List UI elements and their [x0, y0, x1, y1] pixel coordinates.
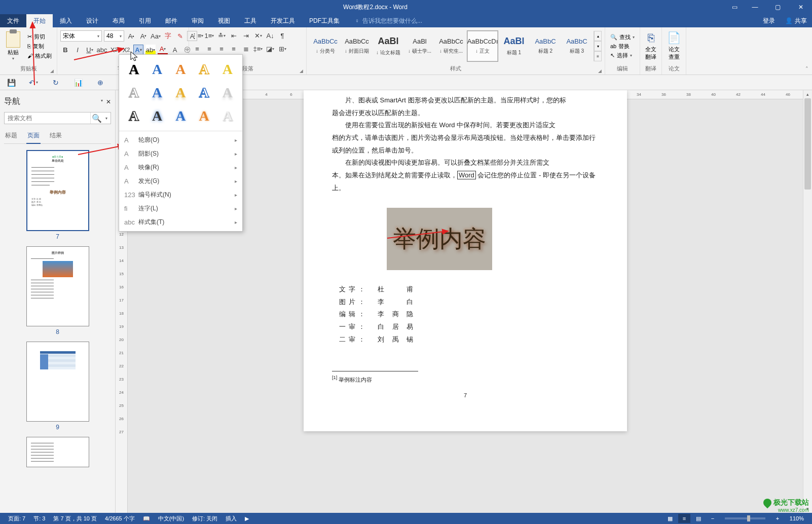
status-track[interactable]: 修订: 关闭	[188, 515, 222, 522]
login-link[interactable]: 登录	[758, 14, 780, 27]
nav-tab-headings[interactable]: 标题	[4, 128, 18, 143]
view-web-btn[interactable]: ▤	[692, 514, 705, 523]
nav-search-dd[interactable]: ▾	[102, 113, 110, 124]
status-spell[interactable]: 📖	[139, 515, 154, 522]
nav-tab-pages[interactable]: 页面	[26, 128, 41, 144]
zoom-in-btn[interactable]: +	[771, 514, 784, 523]
borders-btn[interactable]: ⊞▾	[277, 44, 287, 54]
effect-13[interactable]: A	[170, 105, 191, 127]
effects-menu-item[interactable]: A映像(R)▸	[119, 161, 242, 174]
shrink-font-btn[interactable]: A▾	[138, 31, 149, 41]
qat-undo-btn[interactable]: ↶▾	[26, 77, 41, 89]
tab-home[interactable]: 开始	[26, 14, 53, 27]
status-section[interactable]: 节: 3	[29, 515, 49, 522]
translate-btn[interactable]: ⎘ 全文 翻译	[643, 29, 658, 63]
clipboard-launcher[interactable]: ◢	[50, 68, 54, 73]
zoom-label[interactable]: 110%	[786, 515, 808, 521]
nav-search-btn[interactable]: 🔍	[90, 113, 102, 124]
change-case-btn[interactable]: Aa▾	[151, 31, 161, 41]
effects-menu-item[interactable]: A发光(G)▸	[119, 174, 242, 188]
effects-menu-item[interactable]: fi连字(L)▸	[119, 202, 242, 215]
effect-6[interactable]: A	[123, 82, 144, 103]
view-print-btn[interactable]: ≡	[678, 514, 690, 523]
effect-11[interactable]: A	[123, 105, 144, 127]
styles-scroll-up[interactable]: ▴	[594, 31, 602, 41]
vertical-scrollbar[interactable]: ▴ ▾	[803, 90, 812, 513]
close-btn[interactable]: ✕	[789, 0, 812, 14]
status-macro[interactable]: ▶	[241, 515, 253, 522]
paste-btn[interactable]: 粘贴 ▾	[3, 29, 23, 63]
shading-btn[interactable]: ◪▾	[265, 44, 275, 54]
thumb-page-9[interactable]	[26, 342, 89, 422]
thumb-page-8[interactable]: 图片样例 ━━━━━━━━━━━━━━━ ━━━━━━━━━━━━━━━━━━━…	[26, 246, 89, 326]
thesis-check-btn[interactable]: 📄 论文 查重	[665, 29, 683, 63]
bold-btn[interactable]: B	[60, 45, 70, 55]
effect-4[interactable]: A	[194, 59, 215, 80]
tell-me-search[interactable]: ♀ 告诉我您想要做什么...	[351, 14, 426, 27]
tab-mailings[interactable]: 邮件	[158, 14, 184, 27]
effect-5[interactable]: A	[217, 59, 238, 80]
italic-btn[interactable]: I	[72, 45, 83, 55]
effect-10[interactable]: A	[217, 82, 238, 103]
minimize-btn[interactable]: —	[744, 0, 766, 14]
distribute-btn[interactable]: ≣	[241, 44, 251, 54]
style-item[interactable]: AaBl↓ 论文标题	[373, 30, 404, 62]
sort-btn[interactable]: A↓	[265, 30, 275, 41]
nav-options-btn[interactable]: ▾	[101, 98, 103, 105]
status-lang[interactable]: 中文(中国)	[154, 515, 188, 522]
thumb-page-10[interactable]: ━━━━━━━━━━━━━━━━━━━━━━━━━━━━━━━━━━━━━━━━…	[26, 437, 89, 467]
styles-more-btn[interactable]: ≡	[594, 51, 602, 61]
font-color-btn[interactable]: A▾	[158, 45, 168, 55]
qat-insert-btn[interactable]: 📊	[71, 77, 85, 89]
style-item[interactable]: AaBbCc↓ 封面日期	[341, 30, 373, 62]
style-item[interactable]: AaBbCc↓ 研究生...	[435, 30, 467, 62]
clear-format-btn[interactable]: ✎	[175, 31, 185, 41]
align-right-btn[interactable]: ≡	[216, 44, 227, 54]
effect-7[interactable]: A	[146, 82, 168, 103]
maximize-btn[interactable]: ▢	[766, 0, 789, 14]
multilevel-btn[interactable]: ≛▾	[216, 30, 227, 41]
cut-btn[interactable]: ✂剪切	[25, 32, 54, 41]
font-family-select[interactable]: 宋体▾	[60, 30, 102, 42]
justify-btn[interactable]: ≡	[229, 44, 239, 54]
effect-1[interactable]: A	[123, 59, 144, 80]
status-page[interactable]: 页面: 7	[4, 515, 29, 522]
tab-tools[interactable]: 工具	[237, 14, 264, 27]
indent-inc-btn[interactable]: ⇥	[241, 30, 251, 41]
effect-8[interactable]: A	[170, 82, 191, 103]
indent-dec-btn[interactable]: ⇤	[229, 30, 239, 41]
tab-review[interactable]: 审阅	[184, 14, 211, 27]
line-spacing-btn[interactable]: ‡≡▾	[253, 44, 263, 54]
tab-references[interactable]: 引用	[132, 14, 158, 27]
align-center-btn[interactable]: ≡	[204, 44, 214, 54]
effect-15[interactable]: A	[217, 105, 238, 127]
tab-layout[interactable]: 布局	[105, 14, 132, 27]
asian-layout-btn[interactable]: ✕▾	[253, 30, 263, 41]
effects-menu-item[interactable]: abc样式集(T)▸	[119, 215, 242, 229]
format-painter-btn[interactable]: 🖌格式刷	[25, 52, 54, 60]
copy-btn[interactable]: ⎘复制	[25, 42, 54, 51]
numbering-btn[interactable]: 1≡▾	[204, 30, 214, 41]
replace-btn[interactable]: ab替换	[608, 42, 637, 51]
tab-insert[interactable]: 插入	[53, 14, 79, 27]
effect-12[interactable]: A	[146, 105, 168, 127]
subscript-btn[interactable]: X2	[109, 45, 119, 55]
effect-3[interactable]: A	[170, 59, 191, 80]
tab-view[interactable]: 视图	[211, 14, 237, 27]
styles-launcher[interactable]: ◢	[598, 68, 602, 73]
tab-developer[interactable]: 开发工具	[264, 14, 302, 27]
qat-redo-btn[interactable]: ↻	[49, 77, 63, 89]
find-btn[interactable]: 🔍查找 ▾	[608, 33, 637, 42]
tab-file[interactable]: 文件	[0, 14, 26, 27]
grow-font-btn[interactable]: A▴	[126, 31, 136, 41]
scroll-up-btn[interactable]: ▴	[803, 90, 812, 98]
effects-menu-item[interactable]: A轮廓(O)▸	[119, 133, 242, 147]
thumb-page-7[interactable]: ■第七章■ 单击此处 ━━━━━━━━━━━━━━━━━━━━━━━━━━━━━…	[26, 150, 89, 231]
status-words[interactable]: 4/2665 个字	[101, 515, 139, 522]
zoom-out-btn[interactable]: −	[707, 514, 719, 523]
paragraph-launcher[interactable]: ◢	[300, 68, 303, 73]
effect-2[interactable]: A	[146, 59, 168, 80]
style-item[interactable]: AaBbCc↓ 分类号	[310, 30, 341, 62]
styles-scroll-down[interactable]: ▾	[594, 41, 602, 51]
style-item[interactable]: AaBl标题 1	[498, 30, 530, 62]
